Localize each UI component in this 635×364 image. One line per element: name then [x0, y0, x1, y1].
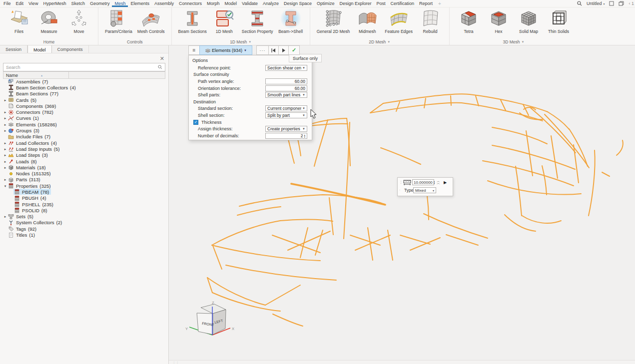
cube-front-face[interactable] [197, 313, 213, 335]
menu-analyze[interactable]: Analyze [260, 0, 281, 7]
ribbon-item-1d-mesh[interactable]: 1D Mesh [209, 7, 239, 38]
menu-validate[interactable]: Validate [239, 0, 260, 7]
play-icon[interactable]: ▶ [444, 180, 447, 185]
expand-up-icon[interactable]: ︿︿ [437, 180, 440, 184]
ribbon-item-solid-map[interactable]: Solid Map [514, 7, 544, 38]
play-button[interactable] [278, 45, 289, 55]
tree-item-pbeam[interactable]: PBEAM(78) [3, 189, 165, 195]
tree-item-groups[interactable]: ▸Groups(3) [3, 127, 165, 133]
tree-item-content[interactable]: Sets(5) [7, 214, 35, 220]
tree-item-properties[interactable]: ▾Properties(325) [3, 183, 165, 189]
window-layout-icon[interactable] [609, 1, 614, 6]
ribbon-item-beam-sections[interactable]: Beam Sections [176, 7, 209, 38]
spinner-icon[interactable]: ▴▾ [434, 180, 435, 184]
tree-item-content[interactable]: PSHELL(235) [13, 201, 55, 207]
add-ribbon-tab-button[interactable]: + [435, 0, 444, 7]
assign-thickness-select[interactable]: Create properties▼ [265, 126, 307, 132]
tree-item-content[interactable]: Connectors(782) [7, 109, 55, 115]
tree-item-titles[interactable]: Titles(1) [3, 232, 165, 238]
tree-item-content[interactable]: Load Step Inputs(5) [7, 146, 61, 152]
shell-section-select[interactable]: Split by part▼ [265, 112, 307, 118]
menu-view[interactable]: View [26, 0, 40, 7]
cube-left-face[interactable] [213, 310, 226, 335]
ribbon-group-label[interactable]: Home [4, 38, 94, 45]
tree-item-system-collectors[interactable]: System Collectors(2) [3, 220, 165, 226]
tree-column-header[interactable]: Name ▴ [3, 71, 165, 79]
size-input[interactable]: 10.000000 ▴▾ [412, 179, 434, 185]
expand-arrow-icon[interactable]: ▸ [3, 147, 7, 151]
tree-item-load-step-inputs[interactable]: ▸Load Step Inputs(5) [3, 146, 165, 152]
expand-arrow-icon[interactable]: ▸ [3, 214, 7, 219]
selector-menu-button[interactable]: ≡ [188, 45, 200, 55]
collapse-arrow-icon[interactable]: ▾ [3, 184, 7, 188]
search-input[interactable]: Search [3, 63, 165, 71]
ribbon-item-param-criteria[interactable]: Param/Criteria [102, 7, 135, 38]
tree-item-content[interactable]: Cards(5) [7, 97, 38, 103]
tree-item-curves[interactable]: ▸Curves(1) [3, 115, 165, 121]
expand-arrow-icon[interactable]: ▸ [3, 98, 7, 102]
menu-elements[interactable]: Elements [128, 0, 152, 7]
tree-item-assemblies[interactable]: Assemblies(7) [3, 78, 165, 84]
tab-components[interactable]: Components [52, 45, 89, 53]
restore-window-icon[interactable] [619, 1, 624, 6]
tree-item-content[interactable]: Parts(313) [7, 177, 42, 183]
tree-item-cards[interactable]: ▸Cards(5) [3, 97, 165, 103]
menu-design-explorer[interactable]: Design Explorer [337, 0, 374, 7]
rewind-button[interactable] [268, 45, 279, 55]
tree-item-load-steps[interactable]: ▸Load Steps(3) [3, 152, 165, 158]
expand-arrow-icon[interactable]: ▸ [3, 122, 7, 127]
tree-item-content[interactable]: PBUSH(4) [13, 195, 48, 201]
expand-arrow-icon[interactable]: ▸ [3, 177, 7, 182]
menu-post[interactable]: Post [374, 0, 388, 7]
menu-mesh[interactable]: Mesh [112, 0, 128, 7]
tree-item-content[interactable]: Include Files(7) [7, 134, 52, 140]
ribbon-item-move[interactable]: Move [64, 7, 94, 38]
ribbon-item-rebuild[interactable]: Rebuild [415, 7, 445, 38]
ribbon-item-files[interactable]: Files [4, 7, 34, 38]
menu-sketch[interactable]: Sketch [68, 0, 87, 7]
ribbon-item-tetra[interactable]: Tetra [454, 7, 484, 38]
standard-section-select[interactable]: Current component▼ [265, 105, 307, 111]
tree-item-beam-sections[interactable]: Beam Sections(77) [3, 91, 165, 97]
tree-item-nodes[interactable]: Nodes(151325) [3, 170, 165, 176]
tree-item-content[interactable]: Beam Section Collectors(4) [7, 84, 78, 90]
tree-item-tags[interactable]: Tags(92) [3, 226, 165, 232]
tree-item-content[interactable]: Titles(1) [7, 232, 37, 238]
ribbon-item-general-2d-mesh[interactable]: General 2D Mesh [314, 7, 353, 38]
tree-item-loads[interactable]: ▸Loads(8) [3, 158, 165, 164]
expand-arrow-icon[interactable]: ▸ [3, 165, 7, 170]
ribbon-item-beam-shell[interactable]: Beam->Shell [276, 7, 306, 38]
tree-item-content[interactable]: Elements(158286) [7, 121, 59, 127]
shell-parts-select[interactable]: Smooth part lines▼ [265, 92, 307, 98]
menu-design-space[interactable]: Design Space [281, 0, 314, 7]
tree-item-sets[interactable]: ▸Sets(5) [3, 214, 165, 220]
ribbon-item-measure[interactable]: Measure [34, 7, 64, 38]
tree-item-content[interactable]: Loads(8) [7, 158, 39, 164]
tree-item-pshell[interactable]: PSHELL(235) [3, 201, 165, 207]
menu-certification[interactable]: Certification [388, 0, 417, 7]
tree-item-parts[interactable]: ▸Parts(313) [3, 177, 165, 183]
tree-item-content[interactable]: Nodes(151325) [7, 171, 53, 177]
ribbon-item-section-property[interactable]: Section Property [239, 7, 276, 38]
tree-item-elements[interactable]: ▸Elements(158286) [3, 121, 165, 127]
tree-item-content[interactable]: Curves(1) [7, 115, 41, 121]
ribbon-item-thin-solids[interactable]: Thin Solids [544, 7, 574, 38]
menu-connectors[interactable]: Connectors [176, 0, 204, 7]
tree-item-content[interactable]: Tags(92) [7, 226, 38, 232]
tree-item-content[interactable]: PSOLID(8) [13, 207, 49, 213]
tree-item-pbush[interactable]: PBUSH(4) [3, 195, 165, 201]
tree-item-beam-section-collectors[interactable]: Beam Section Collectors(4) [3, 84, 165, 90]
drag-handle[interactable]: ⋮ [399, 181, 402, 183]
tab-model[interactable]: Model [27, 45, 52, 53]
menu-model[interactable]: Model [222, 0, 240, 7]
ribbon-item-midmesh[interactable]: Midmesh [352, 7, 382, 38]
tree-item-psolid[interactable]: PSOLID(8) [3, 207, 165, 213]
accept-check-button[interactable]: ✓ [288, 45, 300, 55]
selector-more-button[interactable]: ··· [256, 45, 269, 55]
ribbon-item-hex[interactable]: Hex [484, 7, 514, 38]
tree-item-content[interactable]: System Collectors(2) [7, 220, 64, 226]
ribbon-group-label[interactable]: Controls [102, 38, 167, 45]
menu-geometry[interactable]: Geometry [87, 0, 112, 7]
tree-item-content[interactable]: Components(369) [7, 103, 58, 109]
menu-hypermesh[interactable]: HyperMesh [40, 0, 68, 7]
